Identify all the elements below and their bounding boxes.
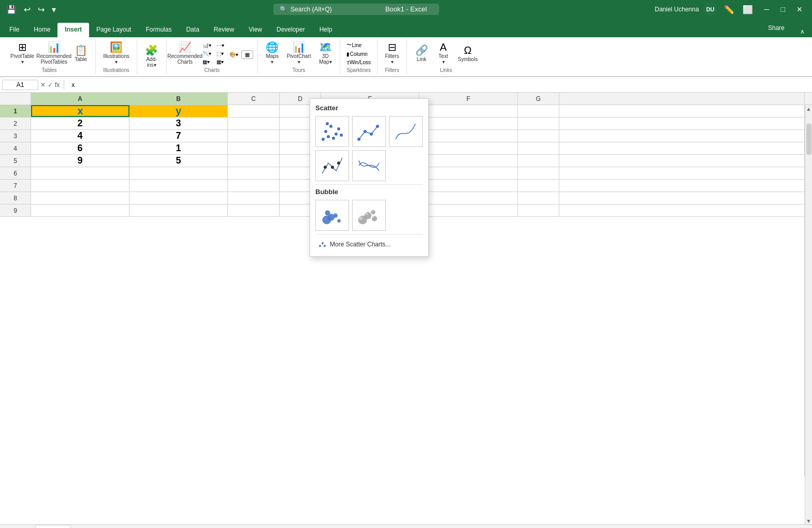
cell-g8[interactable] — [518, 192, 559, 204]
winloss-sparkline-button[interactable]: ± Win/Loss — [344, 58, 373, 66]
addins-button[interactable]: 🧩 Add-ins▾ — [141, 43, 162, 69]
tab-data[interactable]: Data — [179, 23, 206, 37]
cell-c5[interactable] — [228, 155, 280, 167]
tab-help[interactable]: Help — [312, 23, 340, 37]
cell-a8[interactable] — [31, 192, 129, 204]
hierarchy-chart-button[interactable]: ⬚▾ — [214, 50, 226, 57]
cell-b6[interactable] — [129, 167, 228, 179]
col-header-g[interactable]: G — [518, 93, 559, 105]
scroll-up-button[interactable]: ▲ — [805, 105, 813, 112]
cell-c4[interactable] — [228, 142, 280, 154]
cell-b3[interactable]: 7 — [129, 130, 228, 142]
cell-f4[interactable] — [419, 142, 518, 154]
more-charts-button[interactable]: ▦▾ — [214, 58, 226, 66]
symbols-button[interactable]: Ω Symbols — [455, 43, 481, 64]
line-sparkline-button[interactable]: 〜 Line — [344, 40, 373, 50]
cell-c2[interactable] — [228, 118, 280, 129]
bubble-plain-option[interactable] — [315, 200, 349, 231]
recommended-pivot-tables-button[interactable]: 📊 RecommendedPivotTables — [38, 40, 69, 66]
color-palette-button[interactable]: 🎨▾ — [227, 51, 240, 58]
column-sparkline-button[interactable]: ▮ Column — [344, 50, 373, 58]
share-button[interactable]: Share — [762, 22, 791, 34]
pivot-table-button[interactable]: ⊞ PivotTable▾ — [7, 40, 37, 66]
link-button[interactable]: 🔗 Link — [411, 43, 432, 64]
tab-file[interactable]: File — [2, 23, 26, 37]
tab-page-layout[interactable]: Page Layout — [89, 23, 138, 37]
scatter-plain-option[interactable] — [315, 116, 349, 147]
more-scatter-charts-link[interactable]: More Scatter Charts... — [315, 238, 423, 251]
cell-b8[interactable] — [129, 192, 228, 204]
chart-area-button[interactable]: ▦ — [241, 50, 253, 59]
cell-b4[interactable]: 1 — [129, 142, 228, 154]
cell-f8[interactable] — [419, 192, 518, 204]
col-header-b[interactable]: B — [129, 93, 228, 105]
cell-a1[interactable]: x — [31, 105, 129, 117]
scroll-track[interactable] — [806, 113, 811, 516]
cell-c8[interactable] — [228, 192, 280, 204]
cell-g7[interactable] — [518, 180, 559, 192]
cell-f1[interactable] — [419, 105, 518, 117]
redo-icon[interactable]: ↪ — [36, 4, 47, 16]
pivot-chart-button[interactable]: 📊 PivotChart▾ — [284, 40, 314, 66]
3d-map-button[interactable]: 🗺️ 3DMap▾ — [315, 40, 336, 66]
cell-a3[interactable]: 4 — [31, 130, 129, 142]
cell-f9[interactable] — [419, 204, 518, 216]
cell-c6[interactable] — [228, 167, 280, 179]
scatter-chart-button[interactable]: ⋯▾ — [214, 41, 226, 49]
cell-c9[interactable] — [228, 204, 280, 216]
cell-a4[interactable]: 6 — [31, 142, 129, 154]
tab-home[interactable]: Home — [26, 23, 57, 37]
cell-c7[interactable] — [228, 180, 280, 192]
tab-review[interactable]: Review — [207, 23, 241, 37]
tab-insert[interactable]: Insert — [57, 23, 89, 37]
filters-button[interactable]: ⊟ Filters▾ — [382, 40, 402, 66]
scroll-thumb[interactable] — [806, 124, 811, 155]
cell-a6[interactable] — [31, 167, 129, 179]
cell-a9[interactable] — [31, 204, 129, 216]
cell-f3[interactable] — [419, 130, 518, 142]
scatter-lines-no-markers-option[interactable] — [315, 150, 349, 181]
col-header-f[interactable]: F — [419, 93, 518, 105]
scatter-lines-option[interactable] — [352, 116, 386, 147]
confirm-formula-icon[interactable]: ✓ — [48, 81, 53, 89]
ribbon-display-icon[interactable]: ⬜ — [741, 4, 755, 16]
save-icon[interactable]: 💾 — [4, 4, 19, 16]
name-box[interactable]: A1 — [2, 80, 38, 90]
cancel-formula-icon[interactable]: ✕ — [40, 81, 46, 89]
cell-a5[interactable]: 9 — [31, 155, 129, 167]
scatter-curves-option[interactable] — [389, 116, 423, 147]
tab-view[interactable]: View — [241, 23, 269, 37]
cell-b7[interactable] — [129, 180, 228, 192]
cell-g2[interactable] — [518, 118, 559, 129]
cell-g6[interactable] — [518, 167, 559, 179]
cell-a2[interactable]: 2 — [31, 118, 129, 129]
insert-function-icon[interactable]: fx — [55, 81, 60, 89]
recommended-charts-button[interactable]: 📈 RecommendedCharts — [171, 40, 199, 66]
cell-f7[interactable] — [419, 180, 518, 192]
cell-f2[interactable] — [419, 118, 518, 129]
maximize-button[interactable]: □ — [776, 3, 790, 16]
ribbon-collapse-button[interactable]: ∧ — [795, 26, 810, 37]
cell-b9[interactable] — [129, 204, 228, 216]
cell-a7[interactable] — [31, 180, 129, 192]
sheet-tab-sheet1[interactable]: Sheet1 — [35, 525, 71, 528]
col-header-c[interactable]: C — [228, 93, 280, 105]
cell-g3[interactable] — [518, 130, 559, 142]
close-button[interactable]: ✕ — [791, 3, 808, 16]
tab-developer[interactable]: Developer — [269, 23, 312, 37]
add-sheet-button[interactable]: ⊕ — [71, 525, 86, 528]
cell-b5[interactable]: 5 — [129, 155, 228, 167]
column-chart-button[interactable]: 📊▾ — [200, 41, 213, 49]
minimize-button[interactable]: ─ — [759, 3, 775, 16]
pen-icon[interactable]: ✏️ — [722, 4, 736, 16]
undo-icon[interactable]: ↩ — [22, 4, 33, 16]
avatar[interactable]: DU — [703, 2, 718, 17]
line-chart-button[interactable]: 📉▾ — [200, 50, 213, 57]
cell-f6[interactable] — [419, 167, 518, 179]
cell-g4[interactable] — [518, 142, 559, 154]
col-header-a[interactable]: A — [31, 93, 129, 105]
vertical-scrollbar[interactable]: ▲ ▼ — [805, 105, 812, 524]
cell-c1[interactable] — [228, 105, 280, 117]
cell-c3[interactable] — [228, 130, 280, 142]
customize-icon[interactable]: ▾ — [50, 4, 58, 16]
